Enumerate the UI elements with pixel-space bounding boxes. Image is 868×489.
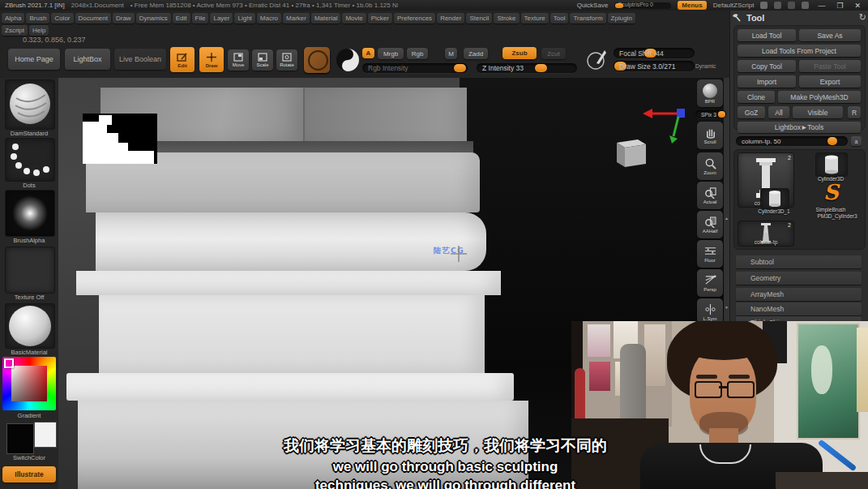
section-geometry[interactable]: Geometry bbox=[736, 272, 862, 285]
window-minimize-button[interactable]: — bbox=[815, 2, 827, 10]
titlebar-brush-icon[interactable] bbox=[774, 2, 781, 9]
tool-name-slider-handle[interactable] bbox=[827, 137, 837, 145]
draw-size-slider[interactable]: Draw Size 3.0/271 bbox=[614, 61, 695, 71]
actual-size-button[interactable]: Actual bbox=[697, 182, 723, 209]
spix-handle[interactable] bbox=[718, 111, 725, 118]
scale-mode-button[interactable]: Scale bbox=[252, 49, 273, 71]
current-brush-thumbnail[interactable] bbox=[304, 47, 330, 73]
lightbox-tools-button[interactable]: Lightbox►Tools bbox=[738, 122, 861, 133]
aahalf-button[interactable]: AAHalf bbox=[697, 211, 723, 238]
material-selector-thumbnail[interactable] bbox=[5, 303, 55, 349]
menu-edit[interactable]: Edit bbox=[173, 13, 190, 24]
paste-tool-button[interactable]: Paste Tool bbox=[799, 60, 861, 72]
section-arraymesh[interactable]: ArrayMesh bbox=[736, 288, 862, 301]
dynamic-toggle[interactable]: Dynamic bbox=[695, 63, 716, 69]
scrollbar-up-icon[interactable]: ▲ bbox=[725, 216, 729, 221]
section-subtool[interactable]: Subtool bbox=[736, 255, 862, 268]
load-tool-button[interactable]: Load Tool bbox=[738, 29, 796, 41]
persp-button[interactable]: Persp bbox=[697, 269, 723, 297]
menu-macro[interactable]: Macro bbox=[257, 13, 281, 24]
menu-zplugin[interactable]: Zplugin bbox=[608, 13, 635, 24]
color-picker-cursor-icon[interactable] bbox=[4, 358, 14, 368]
menu-stroke[interactable]: Stroke bbox=[494, 13, 519, 24]
menu-render[interactable]: Render bbox=[437, 13, 464, 24]
floor-button[interactable]: Floor bbox=[697, 240, 723, 268]
texture-selector-thumbnail[interactable] bbox=[5, 247, 55, 294]
menu-transform[interactable]: Transform bbox=[570, 13, 605, 24]
draw-mode-button[interactable]: Draw bbox=[199, 47, 224, 72]
goz-visible-button[interactable]: Visible bbox=[793, 106, 843, 118]
menu-material[interactable]: Material bbox=[311, 13, 340, 24]
quicksave-button[interactable]: QuickSave bbox=[577, 2, 609, 9]
zadd-toggle[interactable]: Zadd bbox=[464, 48, 488, 59]
load-tools-from-project-button[interactable]: Load Tools From Project bbox=[738, 45, 861, 57]
menu-stencil[interactable]: Stencil bbox=[466, 13, 492, 24]
menu-dynamics[interactable]: Dynamics bbox=[136, 13, 171, 24]
menu-movie[interactable]: Movie bbox=[342, 13, 366, 24]
a-toggle-button[interactable]: A bbox=[362, 48, 374, 58]
titlebar-palette-icon[interactable] bbox=[802, 2, 809, 9]
tool-history-icon[interactable]: ↻ bbox=[859, 12, 866, 23]
menu-light[interactable]: Light bbox=[234, 13, 254, 24]
lightbox-button[interactable]: LightBox bbox=[65, 49, 110, 70]
alpha-selector-thumbnail[interactable] bbox=[5, 190, 55, 237]
menu-draw[interactable]: Draw bbox=[113, 13, 135, 24]
menu-brush[interactable]: Brush bbox=[26, 13, 49, 24]
edit-mode-button[interactable]: Edit bbox=[170, 47, 195, 72]
current-material-thumbnail[interactable] bbox=[335, 47, 361, 73]
goz-all-button[interactable]: All bbox=[768, 106, 789, 118]
menu-preferences[interactable]: Preferences bbox=[394, 13, 435, 24]
clone-button[interactable]: Clone bbox=[738, 91, 775, 103]
live-boolean-toggle[interactable]: Live Boolean bbox=[114, 49, 166, 70]
titlebar-tool-icon[interactable] bbox=[760, 2, 768, 9]
goz-button[interactable]: GoZ bbox=[738, 106, 765, 118]
rgb-intensity-slider[interactable]: Rgb Intensity bbox=[362, 63, 468, 73]
menus-toggle-button[interactable]: Menus bbox=[678, 1, 706, 10]
tool-thumb-column-small[interactable]: 2 column-tp bbox=[738, 221, 794, 247]
save-as-button[interactable]: Save As bbox=[799, 29, 861, 41]
menu-alpha[interactable]: Alpha bbox=[2, 13, 24, 24]
home-page-button[interactable]: Home Page bbox=[8, 49, 60, 70]
color-gradient-square[interactable] bbox=[11, 366, 47, 401]
zcut-toggle[interactable]: Zcut bbox=[541, 48, 566, 59]
titlebar-doc-icon[interactable] bbox=[788, 2, 795, 9]
window-restore-button[interactable]: ❐ bbox=[834, 2, 845, 10]
sculptris-pro-slider[interactable]: SculptrisPro 0 bbox=[614, 2, 671, 9]
section-nanomesh[interactable]: NanoMesh bbox=[736, 302, 862, 315]
tool-thumb-cylinder3d[interactable] bbox=[815, 152, 848, 177]
menu-color[interactable]: Color bbox=[51, 13, 73, 24]
axis-gizmo-icon[interactable] bbox=[643, 102, 686, 144]
make-polymesh3d-button[interactable]: Make PolyMesh3D bbox=[778, 91, 861, 103]
menu-layer[interactable]: Layer bbox=[210, 13, 233, 24]
brush-selector-thumbnail[interactable] bbox=[5, 79, 55, 130]
rgb-intensity-handle[interactable] bbox=[454, 64, 466, 72]
zoom-button[interactable]: Zoom bbox=[697, 152, 723, 180]
menu-document[interactable]: Document bbox=[75, 13, 111, 24]
tool-name-slider[interactable]: column-tp. 50 bbox=[736, 136, 848, 146]
import-button[interactable]: Import bbox=[738, 75, 796, 88]
bpr-render-button[interactable]: BPR bbox=[697, 79, 723, 107]
tool-panel-header[interactable]: Tool ↻ bbox=[731, 11, 866, 24]
focal-shift-slider[interactable]: Focal Shift -44 bbox=[614, 48, 695, 58]
mrgb-toggle[interactable]: Mrgb bbox=[378, 48, 404, 59]
move-mode-button[interactable]: Move bbox=[228, 49, 249, 71]
z-intensity-handle[interactable] bbox=[535, 64, 547, 72]
menu-picker[interactable]: Picker bbox=[368, 13, 392, 24]
tool-thumb-cylinder3d-1[interactable] bbox=[760, 188, 789, 209]
scrollbar-down-icon[interactable]: ▼ bbox=[725, 305, 729, 310]
spix-slider[interactable]: SPix 3 bbox=[695, 110, 726, 118]
menu-file[interactable]: File bbox=[192, 13, 209, 24]
stroke-selector-thumbnail[interactable] bbox=[5, 138, 55, 182]
m-toggle[interactable]: M bbox=[445, 48, 457, 59]
menu-texture[interactable]: Texture bbox=[521, 13, 549, 24]
z-intensity-slider[interactable]: Z Intensity 33 bbox=[477, 63, 577, 73]
sculptris-pro-handle[interactable] bbox=[615, 3, 623, 8]
window-close-button[interactable]: ✕ bbox=[852, 2, 863, 10]
default-zscript-button[interactable]: DefaultZScript bbox=[713, 2, 755, 9]
menu-tool[interactable]: Tool bbox=[550, 13, 569, 24]
menu-zscript[interactable]: Zscript bbox=[2, 25, 28, 36]
copy-tool-button[interactable]: Copy Tool bbox=[738, 60, 796, 72]
menu-marker[interactable]: Marker bbox=[283, 13, 310, 24]
color-picker[interactable] bbox=[2, 357, 56, 410]
tool-slider-a-button[interactable]: a bbox=[851, 136, 862, 146]
